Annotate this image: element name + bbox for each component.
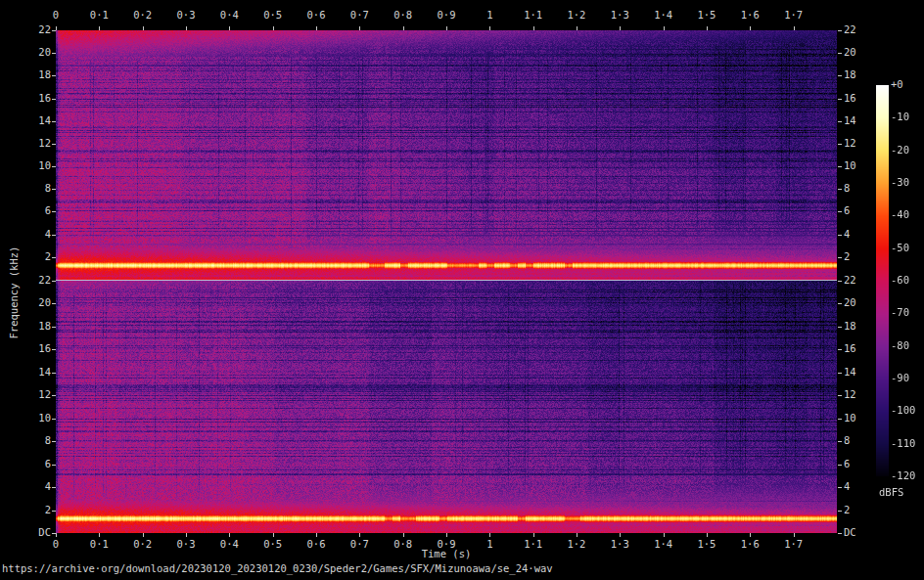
freq-tick-mark	[838, 257, 842, 258]
freq-tick-label: 10	[844, 413, 856, 424]
time-tick-label: 0·6	[306, 10, 325, 21]
freq-tick-label: 14	[844, 367, 856, 378]
freq-tick-label: 20	[18, 297, 51, 308]
time-tick-label: 1·3	[611, 539, 629, 550]
time-tick-mark	[186, 533, 187, 537]
time-tick-label: 0·8	[393, 539, 412, 550]
time-tick-mark	[403, 533, 404, 537]
freq-tick-mark	[52, 533, 56, 534]
freq-tick-mark	[838, 99, 842, 100]
colorbar-tick-label: -70	[891, 307, 909, 318]
freq-tick-label: 4	[844, 481, 850, 492]
colorbar-tick-label: -40	[891, 209, 909, 220]
freq-tick-label: 20	[844, 47, 856, 58]
time-tick-label: 0·3	[177, 539, 196, 550]
colorbar-tick-label: -20	[891, 145, 909, 156]
freq-tick-label: 22	[844, 275, 856, 286]
freq-tick-label: 22	[18, 24, 51, 35]
freq-tick-label: 8	[18, 183, 51, 194]
freq-tick-mark	[838, 395, 842, 396]
freq-tick-label: 18	[18, 69, 51, 80]
freq-tick-mark	[838, 144, 842, 145]
colorbar-tick-label: -10	[891, 112, 909, 122]
time-tick-label: 1·1	[524, 10, 542, 21]
time-tick-label: 0·5	[263, 539, 282, 550]
time-tick-label: 1·7	[784, 10, 803, 21]
freq-tick-label: 6	[844, 205, 850, 216]
freq-tick-label: 8	[844, 435, 850, 446]
time-tick-label: 1·7	[784, 539, 803, 550]
freq-tick-label: 16	[18, 343, 51, 354]
freq-tick-label: 12	[844, 389, 856, 400]
freq-tick-mark	[838, 189, 842, 190]
time-tick-mark	[664, 533, 665, 537]
freq-tick-mark	[838, 166, 842, 167]
time-tick-mark	[143, 533, 144, 537]
colorbar-tick-label: -60	[891, 275, 909, 286]
time-tick-label: 0·7	[350, 10, 369, 21]
time-tick-label: 0·7	[350, 539, 369, 550]
time-tick-label: 1·6	[741, 10, 760, 21]
time-tick-label: 0·3	[177, 10, 196, 21]
time-tick-label: 0·9	[437, 10, 455, 21]
time-tick-label: 1·6	[741, 539, 760, 550]
freq-dc-label: DC	[18, 527, 51, 538]
time-tick-mark	[56, 533, 57, 537]
time-tick-label: 0·2	[133, 539, 152, 550]
freq-tick-label: 4	[844, 229, 850, 240]
freq-tick-label: 6	[844, 459, 850, 469]
time-tick-label: 1	[486, 10, 492, 21]
freq-tick-label: 18	[844, 69, 856, 80]
freq-tick-label: 14	[18, 115, 51, 126]
freq-tick-label: 12	[844, 138, 856, 149]
time-tick-label: 0	[53, 10, 59, 21]
freq-tick-mark	[838, 30, 842, 31]
freq-tick-mark	[838, 75, 842, 76]
freq-tick-mark	[838, 303, 842, 304]
time-tick-label: 0·4	[220, 10, 239, 21]
freq-tick-mark	[838, 419, 842, 420]
freq-dc-label: DC	[844, 527, 856, 538]
freq-tick-label: 14	[844, 115, 856, 126]
freq-tick-label: 2	[18, 251, 51, 262]
colorbar-tick-label: -120	[891, 470, 915, 481]
freq-tick-label: 20	[18, 47, 51, 58]
time-tick-label: 0·1	[90, 539, 109, 550]
time-tick-mark	[533, 533, 534, 537]
freq-tick-label: 10	[18, 413, 51, 424]
time-tick-mark	[359, 533, 360, 537]
freq-tick-label: 2	[844, 251, 850, 262]
time-tick-mark	[229, 533, 230, 537]
time-tick-mark	[273, 533, 274, 537]
time-tick-label: 1·2	[567, 539, 585, 550]
freq-tick-mark	[838, 511, 842, 512]
time-tick-mark	[316, 533, 317, 537]
time-tick-mark	[620, 533, 621, 537]
colorbar-tick-label: -100	[891, 405, 915, 416]
time-tick-mark	[577, 533, 578, 537]
freq-tick-mark	[838, 533, 842, 534]
freq-tick-label: 10	[18, 160, 51, 171]
time-tick-mark	[794, 533, 795, 537]
colorbar-tick-label: +0	[891, 79, 903, 90]
time-tick-label: 0·5	[263, 10, 282, 21]
time-tick-mark	[446, 533, 447, 537]
time-tick-label: 1·4	[654, 539, 672, 550]
freq-tick-mark	[838, 211, 842, 212]
spectrogram-window: Frequency (kHz) 00·10·20·30·40·50·60·70·…	[0, 0, 924, 580]
freq-tick-label: 2	[18, 505, 51, 515]
freq-tick-mark	[838, 373, 842, 374]
time-tick-mark	[99, 533, 100, 537]
freq-tick-label: 18	[844, 321, 856, 332]
time-tick-label: 1·1	[524, 539, 542, 550]
time-tick-mark	[489, 533, 490, 537]
freq-tick-label: 16	[844, 93, 856, 104]
colorbar-unit-label: dBFS	[879, 487, 903, 498]
freq-tick-label: 12	[18, 389, 51, 400]
freq-tick-label: 6	[18, 205, 51, 216]
time-tick-label: 1·5	[697, 10, 716, 21]
freq-tick-label: 4	[18, 481, 51, 492]
freq-tick-mark	[838, 465, 842, 466]
freq-tick-mark	[838, 281, 842, 282]
time-tick-label: 0·1	[90, 10, 109, 21]
